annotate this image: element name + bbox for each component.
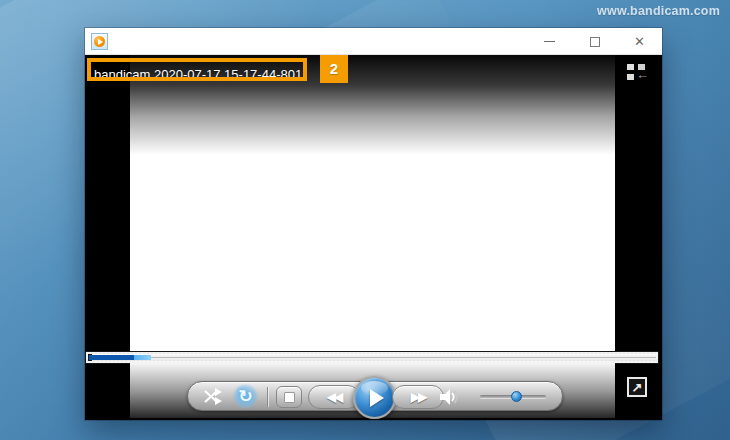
left-arrow-icon: ← xyxy=(636,67,649,82)
window-controls: ✕ xyxy=(527,28,662,55)
fullscreen-arrow: ↗ xyxy=(632,381,643,394)
divider xyxy=(267,387,268,407)
seek-progress xyxy=(89,355,151,360)
annotation-badge: 2 xyxy=(320,55,348,83)
square-glyph xyxy=(627,74,634,80)
close-icon: ✕ xyxy=(634,35,645,48)
play-icon xyxy=(94,36,105,47)
fullscreen-icon[interactable]: ↗ xyxy=(627,377,647,397)
minimize-icon xyxy=(544,41,555,42)
volume-slider[interactable] xyxy=(480,395,546,398)
play-triangle-icon xyxy=(370,389,384,407)
repeat-icon[interactable]: ↻ xyxy=(233,384,258,409)
stop-button[interactable] xyxy=(276,386,302,408)
control-area: ↻ ◀◀ ▶▶ xyxy=(130,363,615,418)
desktop-background: www.bandicam.com ✕ bandicam 2020-07-17 1… xyxy=(0,0,730,440)
close-button[interactable]: ✕ xyxy=(617,28,662,55)
control-bar: ↻ ◀◀ ▶▶ xyxy=(187,381,563,411)
player-window: ✕ bandicam 2020-07-17 15-17-44-801 2 ← xyxy=(85,28,662,420)
video-frame xyxy=(130,55,615,352)
app-icon xyxy=(91,33,108,50)
play-button[interactable] xyxy=(353,376,396,419)
shuffle-icon[interactable] xyxy=(203,388,224,405)
maximize-icon xyxy=(590,37,600,47)
maximize-button[interactable] xyxy=(572,28,617,55)
seek-bar[interactable] xyxy=(86,352,658,363)
player-content: bandicam 2020-07-17 15-17-44-801 2 ← xyxy=(85,55,662,420)
volume-knob[interactable] xyxy=(511,391,522,402)
fast-forward-button[interactable]: ▶▶ xyxy=(392,385,444,409)
square-glyph xyxy=(627,64,634,70)
stop-icon xyxy=(284,392,295,403)
volume-icon[interactable] xyxy=(439,388,462,406)
titlebar[interactable]: ✕ xyxy=(85,28,662,55)
minimize-button[interactable] xyxy=(527,28,572,55)
compact-mode-icon[interactable]: ← xyxy=(625,63,652,85)
annotation-highlight-box xyxy=(87,58,307,81)
watermark-text: www.bandicam.com xyxy=(597,4,720,18)
